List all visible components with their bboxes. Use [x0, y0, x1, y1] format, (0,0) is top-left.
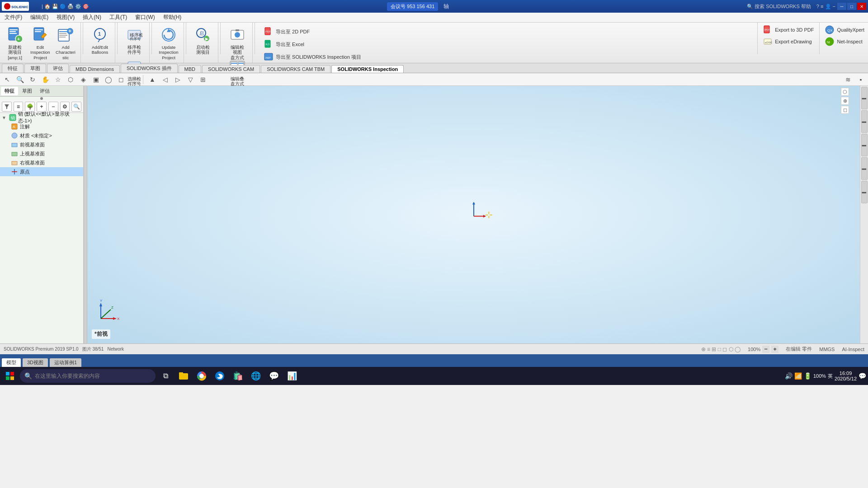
taskbar-store-app[interactable]: 🛍️ — [230, 368, 246, 384]
select-tool[interactable]: ☆ — [52, 75, 63, 84]
export-3dpdf-button[interactable]: 3PDF Export to 3D PDF — [761, 24, 816, 35]
tree-root[interactable]: ▼ 销 销 (默认<<默认>显示状态-1>) — [0, 113, 83, 122]
tab-sw-cam-tbm[interactable]: SOLIDWORKS CAM TBM — [261, 65, 330, 73]
tab-sw-cam[interactable]: SOLIDWORKS CAM — [202, 65, 260, 73]
task-view-button[interactable]: ⧉ — [157, 368, 174, 384]
tree-item-origin[interactable]: 原点 — [0, 167, 83, 176]
taskbar-explorer-app[interactable] — [175, 368, 192, 384]
export-edrawing-button[interactable]: eDWG Export eDrawing — [761, 36, 816, 47]
taskbar-edge-app[interactable] — [212, 368, 228, 384]
start-button[interactable] — [2, 368, 18, 384]
capture-view-button[interactable]: 编辑检视图盘方式 — [225, 24, 250, 56]
close-button[interactable]: ✕ — [857, 3, 866, 10]
menu-window[interactable]: 窗口(W) — [132, 13, 158, 22]
feature-tab-features[interactable]: 特征 — [1, 87, 18, 95]
canvas-area[interactable]: *前视 Y X Z — [87, 86, 860, 343]
export-inspection-button[interactable]: INSP 导出至 SOLIDWORKS Inspection 项目 — [262, 52, 750, 62]
view-zoom-fit-button[interactable]: ⊕ — [841, 97, 849, 105]
filter-collapse-button[interactable]: − — [48, 102, 58, 112]
filter-expand-button[interactable]: + — [37, 102, 47, 112]
tab-motion[interactable]: 运动算例1 — [50, 358, 81, 367]
right-panel-4[interactable]: ▐ — [861, 157, 868, 180]
net-inspect-button[interactable]: NI Net-Inspect — [823, 36, 866, 47]
filter-settings-button[interactable]: ⚙ — [60, 102, 70, 112]
tree-expand-root[interactable]: ▼ — [2, 115, 7, 120]
tab-sw-inspection[interactable]: SOLIDWORKS Inspection — [331, 65, 404, 73]
zoom-minus[interactable]: − — [762, 346, 769, 353]
add-edit-balloons-button[interactable]: 1 Add/EditBalloons — [88, 24, 112, 56]
right-panel-1[interactable]: ▐ — [861, 87, 868, 109]
tree-item-top-plane[interactable]: 上视基准面 — [0, 149, 83, 158]
orient-tool[interactable]: ⬚ — [128, 75, 139, 84]
right-panel-5[interactable]: ▐ — [861, 181, 868, 203]
pan-tool[interactable]: ✋ — [40, 75, 51, 84]
right-panel-2[interactable]: ▐ — [861, 110, 868, 133]
menu-help[interactable]: 帮助(H) — [160, 13, 185, 22]
menu-view[interactable]: 视图(V) — [53, 13, 78, 22]
feature-tab-sketch[interactable]: 草图 — [19, 87, 36, 95]
tab-3dview[interactable]: 3D视图 — [23, 358, 48, 367]
filter-search-button[interactable]: 🔍 — [71, 102, 81, 112]
shaded-tool[interactable]: ◈ — [78, 75, 89, 84]
auto-balloon-button[interactable]: 启 ▶ 启动检测项目 — [191, 24, 215, 56]
cursor-tool[interactable]: ↖ — [2, 75, 13, 84]
tab-features[interactable]: 特征 — [2, 64, 24, 73]
quality-xpert-button[interactable]: QX QualityXpert — [823, 24, 866, 35]
zoom-plus[interactable]: + — [771, 346, 778, 353]
taskbar-network-icon[interactable]: 📶 — [794, 372, 802, 380]
tree-item-right-plane[interactable]: 右视基准面 — [0, 158, 83, 167]
zoom-tool[interactable]: 🔍 — [14, 75, 25, 84]
taskbar-notification-icon[interactable]: 💬 — [859, 372, 866, 380]
export-2dpdf-button[interactable]: PDF 导出至 2D PDF — [262, 26, 750, 37]
taskbar-language[interactable]: 英 — [828, 373, 833, 380]
shadow-tool[interactable]: ◯ — [103, 75, 114, 84]
export-excel-button[interactable]: XLS 导出至 Excel — [262, 39, 750, 50]
maximize-button[interactable]: □ — [847, 3, 856, 10]
feature-tab-evaluate[interactable]: 评估 — [36, 87, 53, 95]
right-panel-3[interactable]: ▐ — [861, 134, 868, 156]
new-inspection-button[interactable]: + 新建检测项目[amp;1] — [3, 24, 27, 61]
menu-tools[interactable]: 工具(T) — [106, 13, 131, 22]
filter-list-button[interactable]: ≡ — [14, 102, 24, 112]
view-tool-3[interactable]: ▷ — [172, 75, 183, 84]
export-left-section: PDF 导出至 2D PDF XLS 导出至 Excel INSP 导出至 SO… — [259, 24, 754, 64]
add-characteristic-button[interactable]: + AddCharacteristic — [53, 24, 78, 61]
edit-inspection-button[interactable]: EditInspectionProject — [28, 24, 52, 61]
tree-item-front-plane[interactable]: 前视基准面 — [0, 140, 83, 149]
taskbar-ppt-app[interactable]: 📊 — [284, 368, 300, 384]
view-settings[interactable]: ≋ — [843, 75, 854, 84]
panel-resize-handle[interactable] — [84, 86, 87, 343]
filter-button[interactable] — [2, 102, 12, 112]
view-tool-5[interactable]: ⊞ — [198, 75, 208, 84]
tab-mbd[interactable]: MBD — [179, 65, 201, 73]
taskbar-search-box[interactable]: 🔍 在这里输入你要搜索的内容 — [20, 369, 156, 383]
taskbar-browser-app[interactable]: 🌐 — [248, 368, 264, 384]
update-project-button[interactable]: UpdateInspectionProject — [156, 24, 181, 61]
wire-tool[interactable]: ⬡ — [65, 75, 76, 84]
minimize-button[interactable]: ─ — [837, 3, 846, 10]
section-tool[interactable]: ◻ — [116, 75, 127, 84]
rotate-tool[interactable]: ↻ — [27, 75, 38, 84]
taskbar-wechat-app[interactable]: 💬 — [266, 368, 282, 384]
view-tool-2[interactable]: ◁ — [160, 75, 170, 84]
tab-evaluate[interactable]: 评估 — [47, 64, 69, 73]
menu-insert[interactable]: 插入(N) — [79, 13, 105, 22]
tab-sketch[interactable]: 草图 — [24, 64, 46, 73]
taskbar-chrome-app[interactable] — [193, 368, 210, 384]
view-more[interactable]: ▪ — [855, 75, 866, 84]
menu-file[interactable]: 文件(F) — [1, 13, 26, 22]
edge-tool[interactable]: ▣ — [90, 75, 101, 84]
taskbar-battery-icon[interactable]: 🔋 — [804, 372, 811, 380]
view-section-button[interactable]: ◻ — [841, 106, 849, 114]
view-orient-button[interactable]: ⬡ — [841, 88, 849, 96]
view-tool-4[interactable]: ▽ — [185, 75, 196, 84]
move-sequence-button[interactable]: 移序检 件序号 移序检件序号 — [122, 24, 146, 56]
tab-sw-plugins[interactable]: SOLIDWORKS 插件 — [121, 64, 178, 73]
taskbar-volume-icon[interactable]: 🔊 — [785, 372, 793, 380]
menu-edit[interactable]: 编辑(E) — [27, 13, 52, 22]
view-tool-1[interactable]: ▲ — [147, 75, 158, 84]
tab-mbd-dimensions[interactable]: MBD Dimensions — [70, 65, 120, 73]
filter-tree-button[interactable]: 🌳 — [25, 102, 35, 112]
tree-item-material[interactable]: 材质 <未指定> — [0, 131, 83, 140]
tab-model[interactable]: 模型 — [2, 358, 21, 367]
